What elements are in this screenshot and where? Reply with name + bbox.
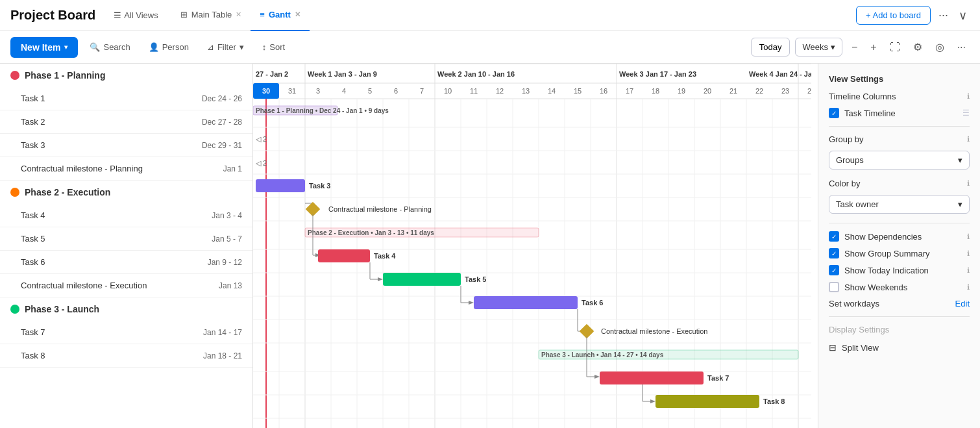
task-row[interactable]: Task 1 Dec 24 - 26: [0, 87, 252, 110]
svg-text:Task 5: Task 5: [465, 275, 486, 283]
svg-text:20: 20: [704, 87, 711, 95]
svg-text:◁ 2: ◁ 2: [256, 135, 267, 143]
tab-gantt[interactable]: ≡ Gantt ✕: [251, 0, 310, 31]
phase2-name: Phase 2 - Execution: [25, 187, 110, 197]
today-info-icon[interactable]: ℹ: [967, 266, 970, 275]
task-name: Task 1: [21, 94, 191, 103]
task-date: Dec 29 - 31: [202, 141, 242, 150]
task-date: Jan 9 - 12: [208, 258, 242, 267]
dependencies-info-icon[interactable]: ℹ: [967, 233, 970, 241]
settings-gear-button[interactable]: ⚙: [909, 38, 926, 56]
svg-text:21: 21: [729, 87, 737, 95]
task-date: Dec 24 - 26: [202, 94, 242, 103]
svg-text:Week 4  Jan 24 - Jan: Week 4 Jan 24 - Jan: [749, 70, 811, 78]
task-date: Jan 3 - 4: [212, 211, 242, 220]
gantt-area: 27 - Jan 2 Week 1 Jan 3 - Jan 9 Week 2 J…: [253, 64, 818, 428]
new-item-label: New Item: [21, 42, 60, 53]
task-row[interactable]: Task 2 Dec 27 - 28: [0, 110, 252, 134]
zoom-out-button[interactable]: −: [848, 39, 861, 56]
svg-text:7: 7: [420, 87, 424, 95]
edit-workdays-link[interactable]: Edit: [955, 299, 970, 308]
phase3-name: Phase 3 - Launch: [25, 304, 99, 314]
svg-text:Task 3: Task 3: [309, 182, 330, 190]
svg-text:13: 13: [522, 87, 530, 95]
search-icon: 🔍: [90, 42, 100, 52]
task-row[interactable]: Contractual milestone - Execution Jan 13: [0, 274, 252, 297]
color-by-chevron-icon: ▾: [958, 199, 962, 209]
task-name: Task 6: [21, 257, 197, 267]
svg-rect-96: [474, 296, 578, 309]
tab-bar: ⊞ Main Table ✕ ≡ Gantt ✕: [171, 0, 310, 31]
task-row[interactable]: Task 6 Jan 9 - 12: [0, 251, 252, 274]
task-row[interactable]: Task 4 Jan 3 - 4: [0, 204, 252, 227]
gantt-close-icon[interactable]: ✕: [295, 10, 300, 19]
svg-text:Task 4: Task 4: [374, 252, 396, 260]
search-button[interactable]: 🔍 Search: [83, 38, 136, 56]
split-view-row[interactable]: ⊟ Split View: [829, 342, 970, 353]
sort-button[interactable]: ↕ Sort: [256, 38, 291, 56]
color-by-dropdown[interactable]: Task owner ▾: [829, 195, 970, 214]
person-button[interactable]: 👤 Person: [142, 38, 195, 56]
main-table-close-icon[interactable]: ✕: [236, 10, 241, 19]
collapse-button[interactable]: ∨: [956, 6, 970, 25]
show-today-checkbox[interactable]: ✓: [829, 265, 839, 275]
svg-text:6: 6: [394, 87, 398, 95]
task-timeline-row[interactable]: ✓ Task Timeline ☰: [829, 108, 970, 118]
task-row[interactable]: Task 5 Jan 5 - 7: [0, 227, 252, 251]
divider3: [829, 316, 970, 317]
show-today-row[interactable]: ✓ Show Today Indication ℹ: [829, 265, 970, 275]
weekends-info-icon[interactable]: ℹ: [967, 283, 970, 292]
divider1: [829, 126, 970, 127]
svg-marker-111: [650, 399, 655, 403]
task-row[interactable]: Task 3 Dec 29 - 31: [0, 134, 252, 157]
svg-text:4: 4: [342, 87, 346, 95]
task-name: Task 7: [21, 327, 193, 337]
more-options-button[interactable]: ···: [936, 6, 951, 25]
show-group-summary-checkbox[interactable]: ✓: [829, 248, 839, 258]
top-bar-right: + Add to board ··· ∨: [856, 6, 970, 25]
all-views-button[interactable]: ☰ All Views: [108, 8, 164, 23]
fullscreen-button[interactable]: ⛶: [886, 39, 904, 56]
today-button[interactable]: Today: [751, 38, 790, 57]
phase2-dot: [10, 188, 19, 197]
color-by-info-icon[interactable]: ℹ: [967, 179, 970, 188]
show-dependencies-checkbox[interactable]: ✓: [829, 231, 839, 242]
task-row[interactable]: Contractual milestone - Planning Jan 1: [0, 157, 252, 181]
show-dependencies-row[interactable]: ✓ Show Dependencies ℹ: [829, 231, 970, 242]
svg-text:16: 16: [600, 87, 607, 95]
filter-label: Filter: [217, 42, 236, 52]
gantt-chart: 27 - Jan 2 Week 1 Jan 3 - Jan 9 Week 2 J…: [253, 64, 811, 428]
svg-rect-107: [600, 371, 704, 384]
overflow-button[interactable]: ···: [953, 39, 970, 56]
group-by-dropdown[interactable]: Groups ▾: [829, 151, 970, 170]
group-summary-info-icon[interactable]: ℹ: [967, 249, 970, 258]
weeks-selector[interactable]: Weeks ▾: [795, 38, 842, 57]
app-title: Project Board: [10, 8, 95, 23]
svg-text:17: 17: [626, 87, 633, 95]
add-to-board-button[interactable]: + Add to board: [856, 6, 931, 25]
task-row[interactable]: Task 8 Jan 18 - 21: [0, 344, 252, 368]
group-by-value: Groups: [836, 155, 864, 165]
zoom-in-button[interactable]: +: [866, 39, 880, 56]
svg-text:Phase 2 - Execution • Jan 3 - : Phase 2 - Execution • Jan 3 - 13 • 11 da…: [308, 229, 434, 236]
svg-text:30: 30: [262, 87, 270, 95]
phase1-header: Phase 1 - Planning: [0, 64, 252, 87]
task-row[interactable]: Task 7 Jan 14 - 17: [0, 321, 252, 344]
svg-text:22: 22: [755, 87, 763, 95]
show-weekends-checkbox[interactable]: [829, 282, 839, 292]
svg-text:◁ 2: ◁ 2: [256, 159, 267, 167]
set-workdays-row[interactable]: Set workdays Edit: [829, 299, 970, 308]
task-timeline-checkbox[interactable]: ✓: [829, 108, 839, 118]
group-by-info-icon[interactable]: ℹ: [967, 135, 970, 144]
svg-text:12: 12: [496, 87, 504, 95]
svg-text:18: 18: [652, 87, 659, 95]
new-item-dropdown-arrow: ▾: [64, 44, 67, 51]
timeline-columns-info-icon[interactable]: ℹ: [967, 92, 970, 101]
view-settings-title: View Settings: [829, 74, 970, 84]
show-group-summary-row[interactable]: ✓ Show Group Summary ℹ: [829, 248, 970, 258]
tab-main-table[interactable]: ⊞ Main Table ✕: [171, 0, 251, 31]
new-item-button[interactable]: New Item ▾: [10, 37, 78, 58]
show-weekends-row[interactable]: Show Weekends ℹ: [829, 282, 970, 292]
filter-button[interactable]: ⊿ Filter ▾: [201, 38, 251, 56]
profile-button[interactable]: ◎: [931, 38, 948, 56]
